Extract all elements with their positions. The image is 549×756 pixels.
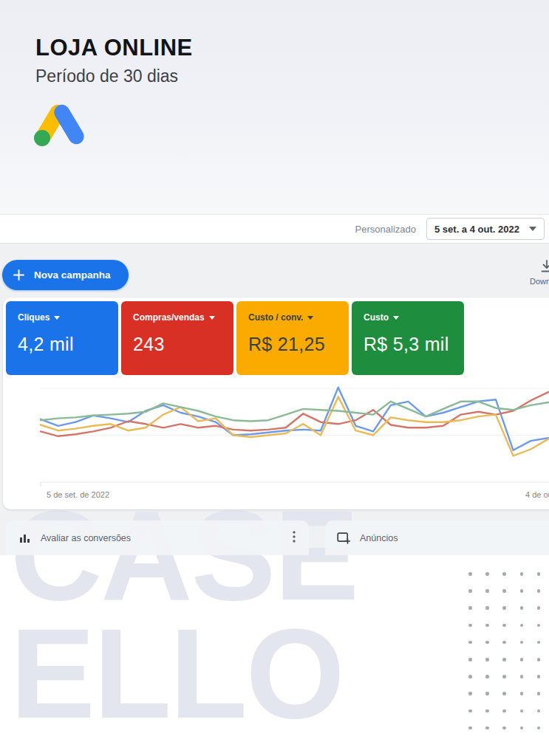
dot xyxy=(468,709,472,713)
dot xyxy=(468,624,472,628)
dot xyxy=(537,709,541,713)
dot xyxy=(520,641,524,645)
panel-label: Avaliar as conversões xyxy=(41,533,290,543)
dot xyxy=(520,709,524,713)
metric-value: R$ 5,3 mil xyxy=(364,334,454,355)
new-campaign-label: Nova campanha xyxy=(34,269,111,281)
dot-grid-pattern xyxy=(468,572,549,742)
metric-label: Compras/vendas xyxy=(133,312,205,323)
dot xyxy=(502,658,506,662)
dot xyxy=(485,606,489,610)
watermark-ello: ELLO xyxy=(10,614,344,732)
dot xyxy=(468,606,472,610)
dot xyxy=(485,675,489,678)
dot xyxy=(468,675,472,678)
dot xyxy=(502,709,506,713)
caret-down-icon[interactable] xyxy=(393,316,399,320)
dot xyxy=(485,589,489,593)
metric-value: 243 xyxy=(133,334,223,355)
dot xyxy=(485,692,489,695)
page-subtitle: Período de 30 dias xyxy=(35,66,178,86)
new-campaign-button[interactable]: Nova campanha xyxy=(2,260,129,290)
page-root: { "header": { "title": "LOJA ONLINE", "s… xyxy=(0,0,549,756)
dot xyxy=(468,589,472,593)
date-range-selector[interactable]: 5 set. a 4 out. 2022 xyxy=(426,218,545,240)
logo-green-dot xyxy=(34,130,50,146)
download-button[interactable]: Download xyxy=(530,260,549,286)
metric-value: 4,2 mil xyxy=(18,334,108,355)
dot xyxy=(502,606,506,610)
dot xyxy=(468,641,472,645)
chart-line-cliques xyxy=(41,388,548,450)
date-filter-bar: Personalizado 5 set. a 4 out. 2022 xyxy=(0,214,549,244)
dot xyxy=(468,658,472,662)
panel-anuncios[interactable]: Anúncios xyxy=(325,520,549,555)
dot xyxy=(468,692,472,695)
x-axis-start-label: 5 de set. de 2022 xyxy=(47,490,109,499)
caret-down-icon[interactable] xyxy=(54,316,60,320)
performance-line-chart: 5 de set. de 2022 4 de out. de 2022 xyxy=(0,378,549,509)
dot xyxy=(485,572,489,576)
chart-canvas xyxy=(0,378,549,496)
dot xyxy=(537,675,541,678)
dot xyxy=(537,641,541,645)
metric-label: Custo xyxy=(364,312,389,323)
date-range-value: 5 set. a 4 out. 2022 xyxy=(434,224,519,235)
metric-label: Cliques xyxy=(18,312,50,323)
dot xyxy=(520,692,524,695)
ad-window-plus-icon xyxy=(337,532,350,544)
dot xyxy=(520,624,524,628)
dot xyxy=(537,606,541,610)
dot xyxy=(537,589,541,593)
dot xyxy=(468,726,472,730)
dot xyxy=(520,726,524,730)
dot xyxy=(502,589,506,593)
dot xyxy=(537,726,541,730)
dot xyxy=(520,675,524,678)
caret-down-icon[interactable] xyxy=(209,316,215,320)
dot xyxy=(537,624,541,628)
dot xyxy=(502,572,506,576)
metric-card-cliques[interactable]: Cliques 4,2 mil xyxy=(6,301,118,375)
watermark-case: CASE xyxy=(10,496,358,614)
metric-label: Custo / conv. xyxy=(248,312,303,323)
dot xyxy=(537,692,541,695)
dot xyxy=(537,572,541,576)
dot xyxy=(485,709,489,713)
download-label: Download xyxy=(530,277,549,286)
plus-icon xyxy=(13,269,24,281)
date-mode-label: Personalizado xyxy=(355,224,416,235)
dot xyxy=(502,624,506,628)
download-icon xyxy=(539,260,549,273)
metric-cards-row: Cliques 4,2 mil Compras/vendas 243 Custo… xyxy=(6,301,464,375)
caret-down-icon[interactable] xyxy=(307,316,313,320)
dot xyxy=(468,572,472,576)
metric-card-compras-vendas[interactable]: Compras/vendas 243 xyxy=(121,301,233,375)
dot xyxy=(502,675,506,678)
kebab-menu-icon[interactable] xyxy=(290,528,299,549)
bar-chart-icon xyxy=(19,532,31,544)
metric-value: R$ 21,25 xyxy=(248,334,338,355)
panel-label: Anúncios xyxy=(360,533,545,543)
dot xyxy=(520,658,524,662)
dot xyxy=(485,726,489,730)
page-title: LOJA ONLINE xyxy=(35,35,193,61)
dot xyxy=(502,692,506,695)
dot xyxy=(520,572,524,576)
metric-card-custo[interactable]: Custo R$ 5,3 mil xyxy=(352,301,464,375)
x-axis-end-label: 4 de out. de 2022 xyxy=(525,490,549,499)
dot xyxy=(485,624,489,628)
caret-down-icon xyxy=(529,227,536,231)
chart-line-custo-conv xyxy=(41,396,548,456)
dot xyxy=(520,589,524,593)
dot xyxy=(520,606,524,610)
dot xyxy=(537,658,541,662)
dot xyxy=(502,641,506,645)
metric-card-custo-conv[interactable]: Custo / conv. R$ 21,25 xyxy=(236,301,349,375)
dot xyxy=(485,658,489,662)
dot xyxy=(485,641,489,645)
dot xyxy=(502,726,506,730)
panel-avaliar-conversoes[interactable]: Avaliar as conversões xyxy=(6,520,309,555)
google-ads-logo-icon xyxy=(33,103,88,147)
